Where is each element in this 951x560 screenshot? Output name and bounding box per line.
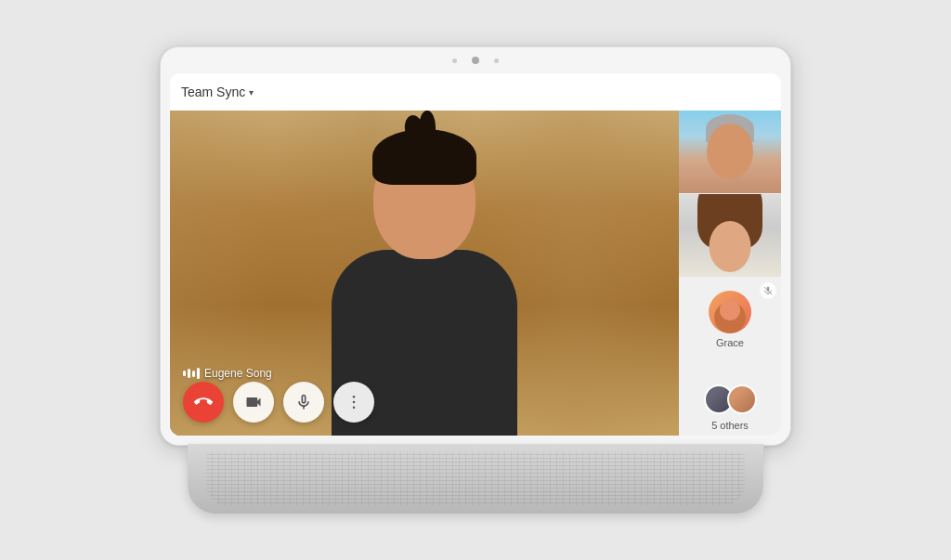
svg-point-2 xyxy=(353,407,356,410)
muted-mic-icon xyxy=(763,286,773,295)
end-call-button[interactable] xyxy=(183,382,224,423)
speaker-label: Eugene Song xyxy=(183,367,272,380)
person-hair xyxy=(372,129,476,185)
grace-avatar xyxy=(709,291,751,333)
participant-tile-grace[interactable]: Grace xyxy=(679,278,781,361)
speaker-grill xyxy=(206,451,745,506)
participant-tile-others[interactable]: 5 others xyxy=(679,361,781,436)
video-button[interactable] xyxy=(233,382,274,423)
chevron-down-icon: ▾ xyxy=(249,87,254,98)
grace-name: Grace xyxy=(716,337,744,348)
meeting-title-text: Team Sync xyxy=(181,85,245,99)
more-options-icon xyxy=(345,393,363,411)
mic-icon xyxy=(294,393,313,411)
device-wrapper: Team Sync ▾ xyxy=(160,46,791,514)
svg-point-1 xyxy=(353,401,356,404)
main-video: Eugene Song xyxy=(170,111,679,436)
sensor-right xyxy=(494,59,499,63)
others-avatar-2 xyxy=(727,384,757,414)
audio-waves-icon xyxy=(183,368,200,379)
display-body: Team Sync ▾ xyxy=(160,46,791,446)
video-icon xyxy=(244,393,263,411)
p2-face xyxy=(710,221,751,272)
end-call-icon xyxy=(194,393,213,411)
wave-4 xyxy=(197,368,200,379)
participant-2-video xyxy=(679,194,781,277)
mic-button[interactable] xyxy=(283,382,324,423)
wave-2 xyxy=(188,369,190,378)
p1-face xyxy=(707,124,753,179)
main-content: Eugene Song xyxy=(170,111,781,436)
mute-badge xyxy=(760,282,776,299)
speaker-name: Eugene Song xyxy=(204,367,272,380)
others-label: 5 others xyxy=(711,420,749,431)
meeting-title[interactable]: Team Sync ▾ xyxy=(181,85,254,99)
sensor-left xyxy=(452,59,457,63)
grace-avatar-head xyxy=(720,300,740,320)
more-options-button[interactable] xyxy=(333,382,374,423)
participant-tile-2[interactable] xyxy=(679,194,781,278)
participant-tile-1[interactable] xyxy=(679,111,781,194)
others-avatars xyxy=(704,384,757,414)
wave-1 xyxy=(183,371,186,376)
wave-3 xyxy=(192,371,195,377)
participants-panel: Grace 5 others xyxy=(679,111,781,436)
control-bar xyxy=(183,382,374,423)
device-base xyxy=(188,444,763,514)
sensor-bar xyxy=(452,57,499,64)
header-bar: Team Sync ▾ xyxy=(170,73,781,111)
participant-1-video xyxy=(679,111,781,193)
screen: Team Sync ▾ xyxy=(170,73,781,436)
camera-sensor xyxy=(472,57,479,64)
svg-point-0 xyxy=(353,396,356,398)
